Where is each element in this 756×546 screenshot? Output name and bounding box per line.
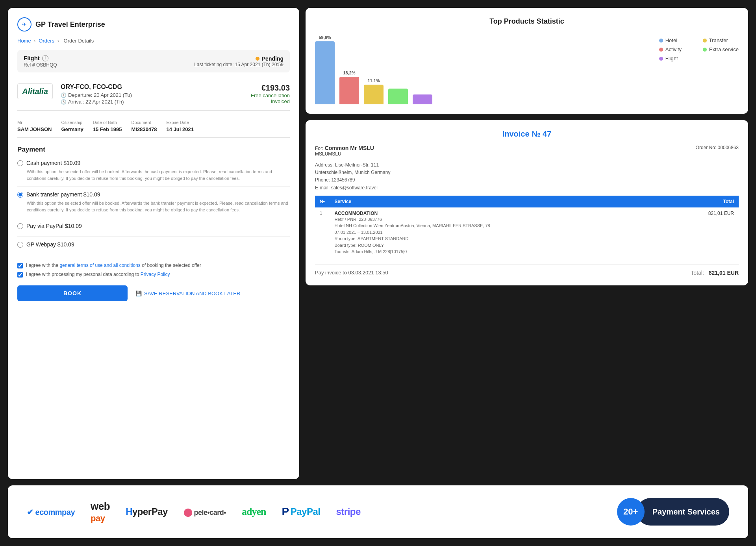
last-ticketing: Last ticketing date: 15 Apr 2021 (Th) 20… bbox=[194, 62, 284, 67]
chart-legend: Hotel Transfer Activity Extra service bbox=[659, 33, 739, 61]
row-total: 821,01 EUR bbox=[667, 207, 739, 258]
pelecard-logo: ⬤ pele•card• bbox=[183, 506, 226, 517]
free-cancel: Free cancellation bbox=[251, 93, 290, 98]
payment-section: Payment Cash payment $10.09 With this op… bbox=[17, 146, 290, 255]
chart-card: Top Products Statistic 59,6% 18,2% 11,1% bbox=[306, 8, 748, 114]
status-dot bbox=[256, 57, 259, 61]
badge-pill: Payment Services bbox=[637, 498, 729, 526]
terms-link[interactable]: general terms of use and all conditions bbox=[59, 263, 140, 268]
breadcrumb-current: Order Details bbox=[64, 38, 94, 44]
bar-flight-rect bbox=[413, 94, 432, 104]
total-label: Total: bbox=[691, 270, 704, 276]
breadcrumb-home[interactable]: Home bbox=[17, 38, 31, 44]
flight-title-section: Flight i Ref # OSBHQQ bbox=[24, 55, 57, 68]
brand-logo: ✈ bbox=[17, 17, 32, 31]
chart-title: Top Products Statistic bbox=[315, 17, 739, 26]
invoice-address: Address: Lise-Meitner-Str. 111 Unterschl… bbox=[315, 161, 739, 192]
payment-option-gp: GP Webpay $10.09 bbox=[17, 241, 290, 255]
bar-extra-rect bbox=[388, 89, 408, 104]
bar-activity-rect bbox=[339, 77, 359, 104]
breadcrumb-orders[interactable]: Orders bbox=[39, 38, 54, 44]
badge-section: 20+ Payment Services bbox=[617, 498, 729, 526]
ref-number: Ref # OSBHQQ bbox=[24, 62, 57, 68]
brand-name: GP Travel Enterprise bbox=[35, 20, 105, 29]
cash-label: Cash payment $10.09 bbox=[26, 160, 80, 166]
legend-transfer: Transfer bbox=[703, 37, 739, 43]
invoice-phone: 123456789 bbox=[331, 177, 355, 183]
pay-by: Pay invoice to 03.03.2021 13:50 bbox=[315, 270, 388, 276]
departure-icon: 🕐 bbox=[61, 93, 67, 98]
pax-name: SAM JOHSON bbox=[17, 126, 52, 132]
gp-label: GP Webpay $10.09 bbox=[26, 241, 74, 248]
payment-option-cash: Cash payment $10.09 With this option the… bbox=[17, 160, 290, 187]
agree-checkbox-2[interactable] bbox=[17, 272, 23, 278]
total-amount: 821,01 EUR bbox=[709, 270, 739, 276]
bank-desc: With this option the selected offer will… bbox=[27, 200, 290, 213]
flight-header-bar: Flight i Ref # OSBHQQ Pending Last ticke… bbox=[17, 50, 290, 72]
legend-extra: Extra service bbox=[703, 46, 739, 52]
invoice-card: Invoice № 47 For: Common Mr MSLU MSLUMSL… bbox=[306, 120, 748, 285]
legend-hotel: Hotel bbox=[659, 37, 695, 43]
pax-dob: Date of Birth 15 Feb 1995 bbox=[93, 120, 122, 133]
flight-price-section: €193.03 Free cancellation Invoiced bbox=[251, 83, 290, 104]
gp-radio[interactable] bbox=[17, 242, 23, 248]
cash-radio[interactable] bbox=[17, 160, 23, 166]
col-total: Total bbox=[667, 196, 739, 207]
flight-route: ORY-FCO, FCO-CDG 🕐 Departure: 20 Apr 202… bbox=[61, 83, 243, 105]
legend-flight: Flight bbox=[659, 56, 695, 61]
invoice-email: sales@software.travel bbox=[331, 185, 378, 191]
stripe-logo: stripe bbox=[336, 506, 361, 517]
bar-hotel-rect bbox=[315, 41, 335, 104]
invoice-title: Invoice № 47 bbox=[315, 130, 739, 139]
info-icon[interactable]: i bbox=[42, 55, 48, 61]
badge-circle: 20+ bbox=[617, 498, 645, 526]
invoice-from: For: Common Mr MSLU MSLUMSLU bbox=[315, 145, 374, 157]
badge-text: Payment Services bbox=[652, 507, 720, 516]
paypal-label: Pay via PayPal $10.09 bbox=[26, 223, 82, 229]
save-icon: 💾 bbox=[135, 291, 142, 296]
ecommpay-logo: ✔ ecommpay bbox=[27, 506, 75, 517]
invoice-order: Order No: 00006863 bbox=[696, 145, 739, 150]
flight-detail-row: Alitalia ORY-FCO, FCO-CDG 🕐 Departure: 2… bbox=[17, 79, 290, 111]
agree-checkbox-1[interactable] bbox=[17, 263, 23, 268]
bar-transfer: 11,1% bbox=[364, 78, 384, 104]
agree-section: I agree with the general terms of use an… bbox=[17, 263, 290, 278]
invoiced-status: Invoiced bbox=[251, 98, 290, 104]
chart-area: 59,6% 18,2% 11,1% bbox=[315, 33, 739, 104]
payment-title: Payment bbox=[17, 146, 290, 154]
bank-label: Bank transfer payment $10.09 bbox=[26, 191, 100, 198]
order-details-card: ✈ GP Travel Enterprise Home › Orders › O… bbox=[8, 8, 299, 479]
payment-logos: ✔ ecommpay web pay HyperPay ⬤ pele•card•… bbox=[27, 500, 617, 524]
passenger-info: Mr SAM JOHSON Citizenship Germany Date o… bbox=[17, 115, 290, 138]
flight-price: €193.03 bbox=[251, 83, 290, 93]
invoice-order-num: 00006863 bbox=[718, 145, 739, 150]
paypal-radio[interactable] bbox=[17, 223, 23, 229]
action-row: BOOK 💾 SAVE RESERVATION AND BOOK LATER bbox=[17, 285, 290, 301]
brand-header: ✈ GP Travel Enterprise bbox=[17, 17, 290, 31]
status-text: Pending bbox=[262, 56, 284, 62]
legend-activity: Activity bbox=[659, 46, 695, 52]
bank-radio[interactable] bbox=[17, 192, 23, 198]
col-num: № bbox=[315, 196, 330, 207]
invoice-table: № Service Total 1 ACCOMMODATION Ref# / P… bbox=[315, 196, 739, 258]
book-button[interactable]: BOOK bbox=[17, 285, 128, 301]
route-name: ORY-FCO, FCO-CDG bbox=[61, 83, 243, 91]
badge-number: 20+ bbox=[623, 507, 638, 517]
payment-services-card: ✔ ecommpay web pay HyperPay ⬤ pele•card•… bbox=[8, 485, 748, 538]
row-num: 1 bbox=[315, 207, 330, 258]
invoice-company: Common Mr MSLU bbox=[325, 145, 374, 151]
hyperpay-logo: HyperPay bbox=[126, 506, 168, 517]
paypal-logo: PPayPal bbox=[282, 505, 321, 518]
departure-date: Departure: 20 Apr 2021 (Tu) bbox=[68, 92, 132, 98]
arrival-icon: 🕓 bbox=[61, 99, 67, 105]
breadcrumb: Home › Orders › Order Details bbox=[17, 38, 290, 44]
pax-mr: Mr SAM JOHSON bbox=[17, 120, 52, 133]
status-section: Pending Last ticketing date: 15 Apr 2021… bbox=[194, 56, 284, 67]
payment-option-bank: Bank transfer payment $10.09 With this o… bbox=[17, 191, 290, 218]
bar-activity: 18,2% bbox=[339, 70, 359, 104]
privacy-link[interactable]: Privacy Policy bbox=[141, 272, 170, 277]
invoice-row: 1 ACCOMMODATION Ref# / PNR: 228-863776 H… bbox=[315, 207, 739, 258]
invoice-footer: Pay invoice to 03.03.2021 13:50 Total: 8… bbox=[315, 265, 739, 276]
right-column: Top Products Statistic 59,6% 18,2% 11,1% bbox=[306, 8, 748, 479]
save-later-button[interactable]: 💾 SAVE RESERVATION AND BOOK LATER bbox=[135, 291, 240, 296]
